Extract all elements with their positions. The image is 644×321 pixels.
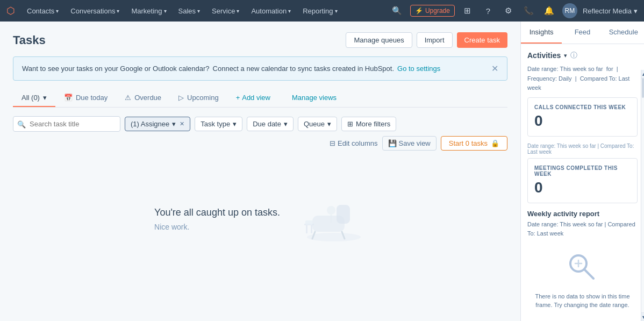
tab-upcoming-icon: ▷ bbox=[178, 94, 184, 102]
calls-metric-value: 0 bbox=[534, 112, 631, 130]
queue-filter-button[interactable]: Queue ▾ bbox=[298, 117, 337, 131]
tab-upcoming[interactable]: ▷ Upcoming bbox=[170, 89, 227, 107]
right-panel: ≫ Insights Feed Schedule Activities ▾ ⓘ … bbox=[520, 22, 644, 321]
nav-contacts[interactable]: Contacts ▾ bbox=[23, 5, 63, 17]
compared-to-key: Compared To: bbox=[580, 75, 617, 82]
panel-tabs: Insights Feed Schedule bbox=[521, 22, 644, 44]
tab-overdue[interactable]: ⚠ Overdue bbox=[116, 89, 170, 107]
nav-automation[interactable]: Automation ▾ bbox=[247, 5, 295, 17]
banner-main-text: Want to see your tasks on your Google or… bbox=[22, 65, 210, 73]
save-icon: 💾 bbox=[388, 139, 397, 147]
nav-reporting[interactable]: Reporting ▾ bbox=[298, 5, 341, 17]
tab-all-label: All (0) bbox=[22, 94, 40, 102]
calls-metric-title: CALLS CONNECTED THIS WEEK bbox=[534, 104, 631, 110]
tab-due-today-icon: 📅 bbox=[64, 94, 73, 102]
due-date-filter-button[interactable]: Due date ▾ bbox=[247, 117, 294, 131]
lock-icon: 🔒 bbox=[491, 139, 499, 147]
help-icon[interactable]: ? bbox=[481, 3, 496, 18]
svg-rect-2 bbox=[337, 205, 350, 224]
nav-conversations[interactable]: Conversations ▾ bbox=[66, 5, 124, 17]
search-input[interactable] bbox=[13, 116, 120, 132]
upgrade-button[interactable]: ⚡ Upgrade bbox=[410, 5, 455, 17]
tab-add-view[interactable]: + Add view bbox=[227, 89, 279, 107]
assignee-filter-button[interactable]: (1) Assignee ▾ ✕ bbox=[125, 117, 190, 131]
more-filters-icon: ⊞ bbox=[347, 120, 353, 128]
empty-state-title: You're all caught up on tasks. bbox=[154, 207, 280, 218]
scroll-up-button[interactable]: ▲ bbox=[641, 70, 644, 79]
scroll-thumb[interactable] bbox=[642, 76, 644, 98]
manage-queues-button[interactable]: Manage queues bbox=[346, 32, 412, 48]
notifications-icon[interactable]: 🔔 bbox=[542, 3, 557, 18]
phone-icon[interactable]: 📞 bbox=[521, 3, 536, 18]
chevron-down-icon: ▾ bbox=[634, 7, 638, 15]
more-filters-button[interactable]: ⊞ More filters bbox=[341, 117, 396, 131]
chevron-down-icon: ▾ bbox=[327, 120, 331, 128]
hubspot-logo[interactable]: ⬡ bbox=[6, 5, 15, 17]
user-menu[interactable]: Reflector Media ▾ bbox=[583, 7, 638, 15]
search-input-wrap: 🔍 bbox=[13, 116, 120, 132]
chevron-down-icon: ▾ bbox=[164, 8, 167, 14]
nav-utility-icons: 🔍 ⚡ Upgrade ⊞ ? ⚙ 📞 🔔 RM Reflector Media… bbox=[390, 3, 638, 18]
activities-dropdown[interactable]: ▾ bbox=[564, 52, 567, 59]
scroll-down-button[interactable]: ▼ bbox=[641, 312, 644, 321]
view-tabs: All (0) ▾ 📅 Due today ⚠ Overdue ▷ Upcomi… bbox=[13, 89, 507, 108]
date-range-key: Date range: bbox=[527, 66, 558, 72]
create-task-button[interactable]: Create task bbox=[457, 32, 507, 48]
tab-overdue-icon: ⚠ bbox=[125, 94, 131, 102]
svg-rect-7 bbox=[311, 225, 312, 233]
tab-insights[interactable]: Insights bbox=[521, 22, 562, 44]
nav-sales[interactable]: Sales ▾ bbox=[174, 5, 205, 17]
chevron-down-icon: ▾ bbox=[284, 120, 288, 128]
tab-schedule[interactable]: Schedule bbox=[603, 22, 644, 44]
avatar[interactable]: RM bbox=[562, 3, 577, 18]
settings-icon[interactable]: ⚙ bbox=[501, 3, 516, 18]
tab-manage-views[interactable]: Manage views bbox=[283, 89, 345, 107]
task-type-filter-button[interactable]: Task type ▾ bbox=[195, 117, 242, 131]
marketplace-icon[interactable]: ⊞ bbox=[460, 3, 475, 18]
info-icon[interactable]: ⓘ bbox=[570, 51, 577, 60]
search-icon: 🔍 bbox=[17, 120, 26, 128]
chevron-down-icon: ▾ bbox=[233, 120, 237, 128]
chevron-down-icon: ▾ bbox=[56, 8, 59, 14]
chevron-down-icon: ▾ bbox=[117, 8, 119, 14]
edit-columns-button[interactable]: ⊟ Edit columns bbox=[330, 139, 377, 147]
svg-rect-6 bbox=[306, 225, 307, 233]
tab-all[interactable]: All (0) ▾ bbox=[13, 89, 55, 107]
start-tasks-button[interactable]: Start 0 tasks 🔒 bbox=[441, 136, 507, 151]
save-view-button[interactable]: 💾 Save view bbox=[382, 136, 437, 151]
svg-point-9 bbox=[327, 206, 335, 215]
frequency-key: Frequency: bbox=[527, 75, 557, 82]
magnify-icon bbox=[567, 252, 599, 288]
lounge-chair-icon bbox=[302, 191, 366, 245]
tab-due-today[interactable]: 📅 Due today bbox=[55, 89, 116, 107]
banner-text: Want to see your tasks on your Google or… bbox=[22, 65, 440, 73]
meetings-metric-value: 0 bbox=[534, 179, 631, 196]
import-button[interactable]: Import bbox=[417, 32, 453, 48]
svg-point-0 bbox=[307, 233, 361, 241]
meetings-metric-title: MEETINGS COMPLETED THIS WEEK bbox=[534, 165, 631, 177]
nav-marketing[interactable]: Marketing ▾ bbox=[127, 5, 170, 17]
tab-overdue-label: Overdue bbox=[134, 94, 161, 102]
date-range-value: This week so far bbox=[560, 66, 603, 72]
add-view-label: Add view bbox=[242, 94, 270, 102]
chevron-down-icon: ▾ bbox=[43, 94, 47, 102]
banner-close-button[interactable]: ✕ bbox=[491, 63, 498, 74]
meetings-date-range: Date range: This week so far | Compared … bbox=[527, 143, 638, 155]
assignee-filter-label: (1) Assignee bbox=[131, 120, 169, 128]
edit-columns-icon: ⊟ bbox=[330, 139, 335, 147]
tab-feed[interactable]: Feed bbox=[562, 22, 603, 44]
upgrade-icon: ⚡ bbox=[415, 7, 423, 15]
chevron-down-icon: ▾ bbox=[172, 120, 176, 128]
chevron-down-icon: ▾ bbox=[335, 8, 338, 14]
chevron-down-icon: ▾ bbox=[237, 8, 239, 14]
svg-rect-8 bbox=[305, 220, 313, 225]
activities-header: Activities ▾ ⓘ bbox=[527, 51, 638, 60]
empty-state-text: You're all caught up on tasks. Nice work… bbox=[154, 207, 280, 231]
nav-service[interactable]: Service ▾ bbox=[207, 5, 244, 17]
banner-settings-link[interactable]: Go to settings bbox=[397, 65, 440, 73]
panel-body[interactable]: Activities ▾ ⓘ Date range: This week so … bbox=[521, 44, 644, 321]
search-icon[interactable]: 🔍 bbox=[390, 3, 405, 18]
empty-state-row: You're all caught up on tasks. Nice work… bbox=[154, 191, 366, 247]
assignee-filter-close[interactable]: ✕ bbox=[180, 120, 184, 127]
banner-description: Connect a new calendar to sync tasks cre… bbox=[213, 65, 394, 73]
